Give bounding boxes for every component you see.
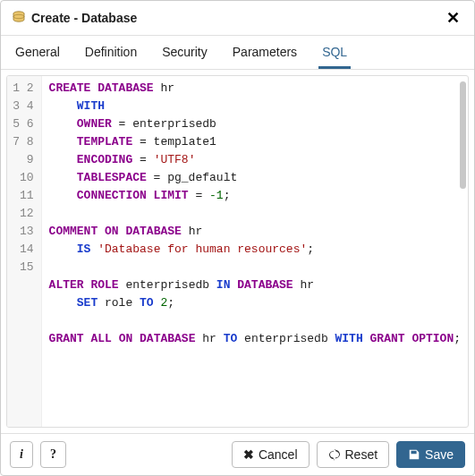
close-button[interactable]: ✕ [443, 8, 463, 28]
help-button[interactable]: ? [40, 441, 66, 468]
info-button[interactable]: i [10, 441, 33, 468]
create-database-dialog: Create - Database ✕ General Definition S… [0, 0, 475, 476]
tab-sql[interactable]: SQL [318, 36, 351, 69]
footer-bar: i ? ✖ Cancel Reset Save [1, 433, 474, 475]
reset-label: Reset [345, 447, 378, 462]
scrollbar-thumb[interactable] [460, 81, 466, 189]
info-icon: i [20, 447, 23, 462]
recycle-icon [328, 448, 341, 461]
help-icon: ? [50, 447, 56, 462]
close-icon: ✕ [446, 9, 460, 27]
dialog-title: Create - Database [31, 11, 443, 25]
sql-editor[interactable]: 1 2 3 4 5 6 7 8 9 10 11 12 13 14 15 CREA… [6, 75, 469, 428]
save-label: Save [425, 447, 454, 462]
save-button[interactable]: Save [396, 441, 465, 468]
titlebar: Create - Database ✕ [1, 1, 474, 36]
editor-wrap: 1 2 3 4 5 6 7 8 9 10 11 12 13 14 15 CREA… [1, 70, 474, 433]
tab-definition[interactable]: Definition [81, 36, 140, 69]
cancel-button[interactable]: ✖ Cancel [232, 441, 310, 468]
database-icon [12, 11, 26, 25]
tab-security[interactable]: Security [158, 36, 211, 69]
tab-general[interactable]: General [12, 36, 64, 69]
tab-parameters[interactable]: Parameters [229, 36, 301, 69]
x-icon: ✖ [243, 447, 254, 462]
code-area[interactable]: CREATE DATABASE hr WITH OWNER = enterpri… [42, 76, 468, 427]
reset-button[interactable]: Reset [317, 441, 390, 468]
cancel-label: Cancel [259, 447, 298, 462]
save-icon [408, 448, 420, 461]
line-gutter: 1 2 3 4 5 6 7 8 9 10 11 12 13 14 15 [7, 76, 42, 427]
tabs: General Definition Security Parameters S… [1, 36, 474, 70]
